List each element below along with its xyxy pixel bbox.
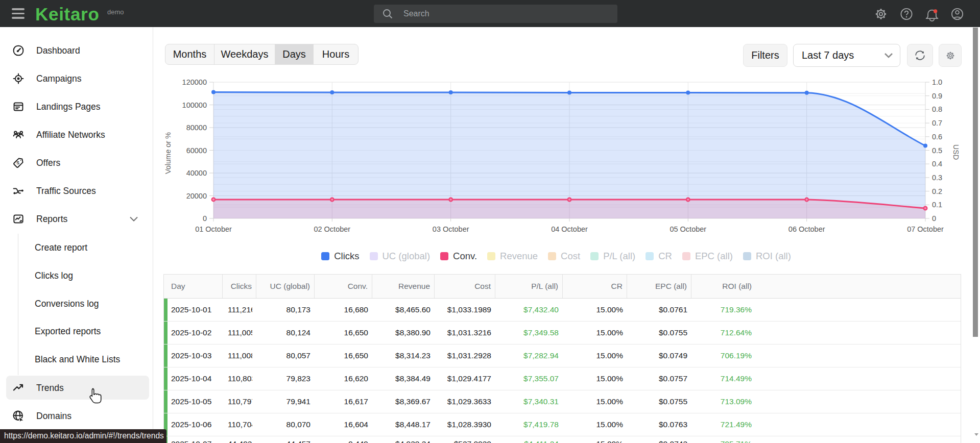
- svg-text:S: S: [16, 160, 19, 165]
- svg-text:0.4: 0.4: [932, 160, 942, 168]
- svg-text:0: 0: [932, 214, 936, 223]
- svg-text:60000: 60000: [186, 146, 207, 155]
- svg-text:100000: 100000: [182, 101, 207, 109]
- svg-text:0.1: 0.1: [932, 201, 942, 209]
- svg-text:01 October: 01 October: [195, 225, 232, 233]
- svg-text:06 October: 06 October: [788, 225, 825, 233]
- svg-text:0: 0: [203, 214, 207, 223]
- svg-text:07 October: 07 October: [907, 225, 944, 233]
- svg-text:80000: 80000: [186, 124, 207, 132]
- svg-text:0.9: 0.9: [932, 92, 942, 100]
- svg-text:03 October: 03 October: [433, 225, 469, 233]
- svg-text:0.3: 0.3: [932, 174, 942, 182]
- svg-text:0.5: 0.5: [932, 146, 942, 155]
- svg-text:1.0: 1.0: [932, 78, 942, 86]
- svg-text:20000: 20000: [186, 192, 207, 200]
- svg-text:0.2: 0.2: [932, 187, 942, 195]
- svg-text:0.6: 0.6: [932, 133, 942, 141]
- svg-text:Volume or %: Volume or %: [164, 132, 172, 174]
- svg-text:0.7: 0.7: [932, 119, 942, 127]
- svg-text:40000: 40000: [186, 169, 207, 177]
- svg-text:0.8: 0.8: [932, 105, 942, 113]
- svg-text:120000: 120000: [182, 78, 207, 86]
- svg-text:USD: USD: [952, 144, 960, 160]
- svg-text:02 October: 02 October: [314, 225, 350, 233]
- svg-text:04 October: 04 October: [551, 225, 588, 233]
- svg-text:05 October: 05 October: [670, 225, 706, 233]
